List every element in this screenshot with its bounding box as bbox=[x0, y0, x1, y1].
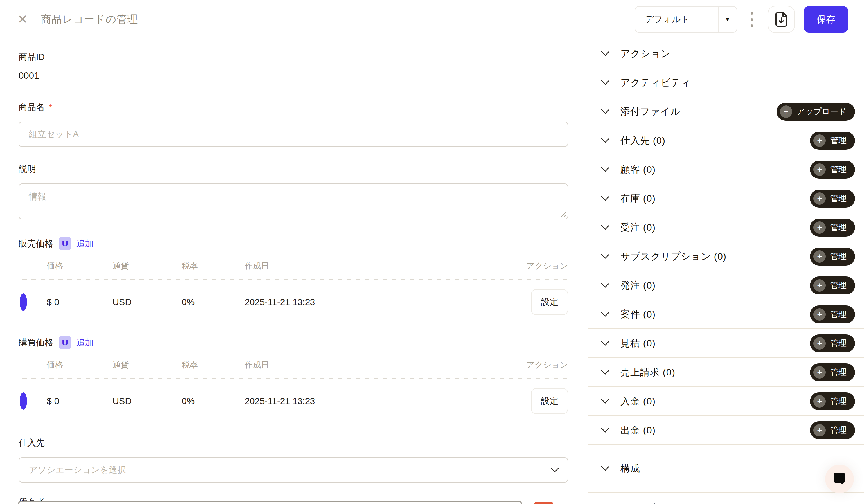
plus-icon: + bbox=[813, 424, 826, 436]
file-download-icon bbox=[775, 12, 788, 27]
tax-value: 0% bbox=[182, 396, 245, 406]
purchase-price-table-header: 価格 通貨 税率 作成日 アクション bbox=[19, 359, 568, 379]
product-name-input[interactable] bbox=[19, 121, 568, 147]
supplier-select[interactable]: アソシエーションを選択 bbox=[19, 457, 568, 483]
sidebar-section[interactable]: 添付ファイル + アップロード bbox=[588, 97, 864, 126]
col-currency: 通貨 bbox=[112, 359, 182, 371]
sales-price-config-button[interactable]: 設定 bbox=[531, 289, 568, 315]
chevron-down-icon bbox=[601, 225, 610, 230]
sidebar-section-label: 発注 (0) bbox=[621, 279, 656, 292]
chevron-down-icon bbox=[601, 283, 610, 288]
description-field: 説明 bbox=[19, 163, 568, 219]
sidebar-section-action-button[interactable]: + 管理 bbox=[810, 421, 855, 439]
main-area: 商品ID 0001 商品名* 説明 販売価格 U 追加 価格 通 bbox=[0, 39, 864, 504]
plus-icon: + bbox=[813, 192, 826, 205]
chevron-down-icon bbox=[601, 196, 610, 201]
chevron-down-icon bbox=[601, 138, 610, 143]
plus-icon: + bbox=[813, 395, 826, 408]
chevron-down-icon bbox=[601, 312, 610, 317]
sidebar-section-action-button[interactable]: + 管理 bbox=[810, 305, 855, 323]
created-value: 2025-11-21 13:23 bbox=[245, 396, 523, 406]
purchase-price-table: 価格 通貨 税率 作成日 アクション $ 0 USD 0% 2025-11-21… bbox=[19, 359, 568, 425]
sidebar-section[interactable]: 案件 (0) + 管理 bbox=[588, 300, 864, 329]
cutoff-delete-button[interactable] bbox=[534, 502, 553, 504]
sidebar: アクション アクティビティ 添付ファイル + アップロード 仕入先 (0) + … bbox=[588, 39, 864, 504]
plus-icon: + bbox=[780, 106, 792, 118]
sidebar-section[interactable]: 構成 bbox=[588, 445, 864, 493]
sales-price-header: 販売価格 U 追加 bbox=[19, 237, 568, 250]
sidebar-section-action-button[interactable]: + 管理 bbox=[810, 218, 855, 237]
product-form: 商品ID 0001 商品名* 説明 販売価格 U 追加 価格 通 bbox=[0, 39, 588, 504]
close-icon[interactable]: ✕ bbox=[17, 13, 28, 26]
cutoff-input[interactable] bbox=[18, 501, 522, 504]
more-options-button[interactable] bbox=[748, 10, 755, 29]
sidebar-section-label: 見積 (0) bbox=[621, 337, 656, 350]
currency-value: USD bbox=[112, 297, 182, 308]
sidebar-section-action-button[interactable]: + 管理 bbox=[810, 276, 855, 295]
purchase-price-config-button[interactable]: 設定 bbox=[531, 388, 568, 414]
chat-launcher-button[interactable] bbox=[825, 465, 854, 493]
plus-icon: + bbox=[813, 308, 826, 321]
sidebar-section-action-button[interactable]: + 管理 bbox=[810, 132, 855, 149]
sidebar-section[interactable]: 発注 (0) + 管理 bbox=[588, 271, 864, 300]
chevron-down-icon bbox=[601, 466, 610, 471]
sidebar-section[interactable]: 売上請求 (0) + 管理 bbox=[588, 358, 864, 387]
sidebar-section[interactable]: コメント bbox=[588, 493, 864, 504]
sidebar-section[interactable]: 仕入先 (0) + 管理 bbox=[588, 126, 864, 155]
kebab-dot bbox=[751, 18, 753, 21]
product-id-value: 0001 bbox=[19, 70, 568, 81]
sidebar-section[interactable]: 見積 (0) + 管理 bbox=[588, 329, 864, 358]
supplier-label: 仕入先 bbox=[19, 438, 45, 448]
sales-price-table: 価格 通貨 税率 作成日 アクション $ 0 USD 0% 2025-11-21… bbox=[19, 261, 568, 326]
col-created: 作成日 bbox=[245, 359, 523, 371]
sidebar-section-action-button[interactable]: + 管理 bbox=[810, 160, 855, 179]
col-created: 作成日 bbox=[245, 261, 523, 272]
sales-price-add-button[interactable]: 追加 bbox=[76, 238, 93, 250]
sidebar-section-label: 添付ファイル bbox=[621, 105, 680, 118]
layout-selector[interactable]: デフォルト ▼ bbox=[635, 6, 737, 33]
sidebar-section[interactable]: 在庫 (0) + 管理 bbox=[588, 184, 864, 213]
chevron-down-icon bbox=[601, 80, 610, 85]
col-price: 価格 bbox=[47, 261, 112, 272]
sidebar-section[interactable]: 受注 (0) + 管理 bbox=[588, 213, 864, 242]
description-textarea[interactable] bbox=[19, 183, 568, 219]
sales-price-table-header: 価格 通貨 税率 作成日 アクション bbox=[19, 261, 568, 279]
sidebar-section-action-button[interactable]: + アップロード bbox=[777, 103, 855, 121]
sidebar-section[interactable]: 入金 (0) + 管理 bbox=[588, 387, 864, 416]
sidebar-section[interactable]: アクティビティ bbox=[588, 68, 864, 97]
plus-icon: + bbox=[813, 279, 826, 292]
u-badge-icon: U bbox=[59, 336, 71, 349]
supplier-field: 仕入先 アソシエーションを選択 bbox=[19, 437, 568, 483]
sidebar-section-label: アクション bbox=[621, 47, 671, 60]
sales-price-radio[interactable] bbox=[20, 293, 27, 311]
currency-value: USD bbox=[112, 396, 182, 406]
sidebar-section-action-button[interactable]: + 管理 bbox=[810, 363, 855, 381]
purchase-price-radio[interactable] bbox=[20, 392, 27, 410]
sidebar-section-label: 在庫 (0) bbox=[621, 192, 656, 205]
sidebar-section-label: 仕入先 (0) bbox=[621, 134, 665, 147]
purchase-price-add-button[interactable]: 追加 bbox=[76, 337, 93, 348]
plus-icon: + bbox=[813, 366, 826, 379]
kebab-dot bbox=[751, 24, 753, 27]
chat-bubble-icon bbox=[833, 472, 846, 486]
supplier-placeholder: アソシエーションを選択 bbox=[29, 464, 551, 476]
sidebar-section-label: アクティビティ bbox=[621, 76, 691, 89]
sidebar-section[interactable]: サブスクリプション (0) + 管理 bbox=[588, 242, 864, 271]
export-file-button[interactable] bbox=[768, 6, 795, 33]
sidebar-section[interactable]: アクション bbox=[588, 39, 864, 68]
sidebar-section-label: 構成 bbox=[621, 462, 640, 475]
sidebar-section-label: 売上請求 (0) bbox=[621, 366, 675, 379]
top-header: ✕ 商品レコードの管理 デフォルト ▼ 保存 bbox=[0, 0, 864, 39]
save-button[interactable]: 保存 bbox=[804, 6, 848, 33]
sidebar-section[interactable]: 出金 (0) + 管理 bbox=[588, 416, 864, 445]
sales-price-row: $ 0 USD 0% 2025-11-21 13:23 設定 bbox=[19, 279, 568, 326]
sidebar-section-action-button[interactable]: + 管理 bbox=[810, 248, 855, 265]
required-asterisk: * bbox=[49, 103, 52, 112]
sidebar-section[interactable]: 顧客 (0) + 管理 bbox=[588, 155, 864, 184]
sidebar-section-action-button[interactable]: + 管理 bbox=[810, 190, 855, 207]
sidebar-section-action-button[interactable]: + 管理 bbox=[810, 392, 855, 410]
purchase-price-row: $ 0 USD 0% 2025-11-21 13:23 設定 bbox=[19, 379, 568, 425]
sidebar-section-action-button[interactable]: + 管理 bbox=[810, 334, 855, 352]
sidebar-section-label: サブスクリプション (0) bbox=[621, 250, 727, 263]
col-tax: 税率 bbox=[182, 359, 245, 371]
